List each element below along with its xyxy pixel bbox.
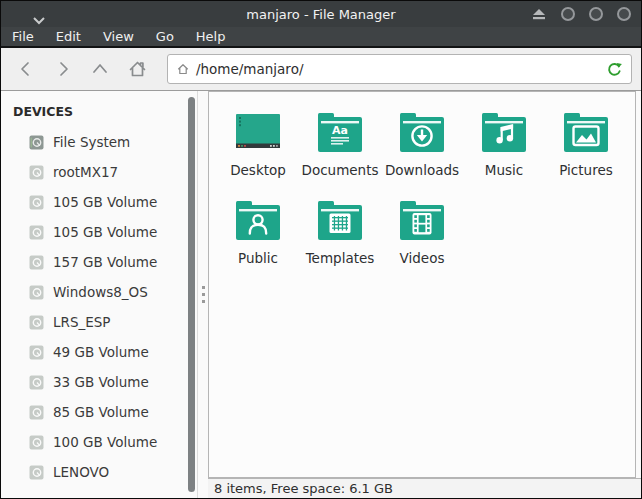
- address-home-icon: [176, 62, 190, 76]
- videos-folder-icon: [398, 196, 446, 244]
- content-column: Desktop Aa Documents: [208, 91, 641, 498]
- file-view-panel: Desktop Aa Documents: [208, 91, 636, 478]
- minimize-button[interactable]: [561, 7, 575, 21]
- back-chevron-icon: [16, 59, 36, 79]
- hard-drive-icon: [29, 345, 44, 360]
- file-item-documents[interactable]: Aa Documents: [299, 100, 381, 188]
- file-icon-grid: Desktop Aa Documents: [209, 92, 635, 276]
- desktop-screen-icon: [234, 108, 282, 156]
- close-button[interactable]: [617, 7, 631, 21]
- templates-folder-icon: [316, 196, 364, 244]
- maximize-button[interactable]: [589, 7, 603, 21]
- window-menu-button[interactable]: [31, 10, 47, 19]
- file-item-templates[interactable]: Templates: [299, 188, 381, 276]
- documents-folder-icon: Aa: [316, 108, 364, 156]
- home-icon: [127, 59, 148, 79]
- sidebar-item-49gb-volume[interactable]: 49 GB Volume: [1, 337, 197, 367]
- sidebar-item-105gb-volume-2[interactable]: 105 GB Volume: [1, 217, 197, 247]
- shade-button[interactable]: [531, 8, 547, 20]
- reload-button[interactable]: [606, 61, 623, 78]
- address-path[interactable]: /home/manjaro/: [196, 61, 606, 77]
- file-item-pictures[interactable]: Pictures: [545, 100, 627, 188]
- sidebar-item-100gb-volume[interactable]: 100 GB Volume: [1, 427, 197, 457]
- sidebar-item-file-system[interactable]: File System: [1, 127, 197, 157]
- window-body: DEVICES File System rootMX17: [1, 91, 641, 498]
- eject-icon: [531, 8, 547, 20]
- file-manager-window: manjaro - File Manager File Edit View Go…: [0, 0, 642, 499]
- toolbar: /home/manjaro/: [1, 48, 641, 91]
- hard-drive-icon: [29, 405, 44, 420]
- file-item-videos[interactable]: Videos: [381, 188, 463, 276]
- hard-drive-icon: [29, 225, 44, 240]
- hard-drive-icon: [29, 135, 44, 150]
- pane-splitter[interactable]: [198, 91, 208, 498]
- sidebar-item-85gb-volume[interactable]: 85 GB Volume: [1, 397, 197, 427]
- hard-drive-icon: [29, 465, 44, 480]
- hard-drive-icon: [29, 195, 44, 210]
- file-item-music[interactable]: Music: [463, 100, 545, 188]
- hard-drive-icon: [29, 435, 44, 450]
- file-item-downloads[interactable]: Downloads: [381, 100, 463, 188]
- music-folder-icon: [480, 108, 528, 156]
- titlebar-buttons: [531, 1, 631, 27]
- home-button[interactable]: [124, 55, 150, 83]
- sidebar-item-lenovo[interactable]: LENOVO: [1, 457, 197, 487]
- forward-button[interactable]: [50, 55, 76, 83]
- hard-drive-icon: [29, 285, 44, 300]
- sidebar-item-windows8-os[interactable]: Windows8_OS: [1, 277, 197, 307]
- svg-text:Aa: Aa: [332, 124, 348, 137]
- sidebar-scrollbar: [188, 95, 195, 494]
- menu-help[interactable]: Help: [185, 26, 237, 47]
- sidebar-item-33gb-volume[interactable]: 33 GB Volume: [1, 367, 197, 397]
- file-item-desktop[interactable]: Desktop: [217, 100, 299, 188]
- menu-go[interactable]: Go: [145, 26, 185, 47]
- statusbar: 8 items, Free space: 6.1 GB: [208, 478, 641, 498]
- chevron-down-icon: [31, 16, 47, 25]
- splitter-grip-icon: [202, 286, 205, 303]
- menu-edit[interactable]: Edit: [45, 26, 92, 47]
- address-bar[interactable]: /home/manjaro/: [167, 54, 632, 84]
- menubar: File Edit View Go Help: [1, 27, 641, 48]
- hard-drive-icon: [29, 375, 44, 390]
- file-item-public[interactable]: Public: [217, 188, 299, 276]
- up-caret-icon: [90, 59, 110, 79]
- sidebar-item-105gb-volume-1[interactable]: 105 GB Volume: [1, 187, 197, 217]
- titlebar: manjaro - File Manager: [1, 1, 641, 27]
- sidebar-item-rootmx17[interactable]: rootMX17: [1, 157, 197, 187]
- back-button[interactable]: [13, 55, 39, 83]
- hard-drive-icon: [29, 255, 44, 270]
- up-button[interactable]: [87, 55, 113, 83]
- pictures-folder-icon: [562, 108, 610, 156]
- sidebar-item-lrs-esp[interactable]: LRS_ESP: [1, 307, 197, 337]
- downloads-folder-icon: [398, 108, 446, 156]
- status-text: 8 items, Free space: 6.1 GB: [214, 481, 393, 496]
- forward-chevron-icon: [53, 59, 73, 79]
- sidebar-item-157gb-volume[interactable]: 157 GB Volume: [1, 247, 197, 277]
- sidebar-devices: DEVICES File System rootMX17: [1, 91, 198, 498]
- sidebar-scrollbar-thumb[interactable]: [188, 97, 195, 492]
- menu-file[interactable]: File: [1, 26, 45, 47]
- hard-drive-icon: [29, 165, 44, 180]
- window-title: manjaro - File Manager: [246, 7, 395, 22]
- reload-icon: [606, 61, 623, 78]
- sidebar-header: DEVICES: [1, 91, 197, 127]
- hard-drive-icon: [29, 315, 44, 330]
- public-folder-icon: [234, 196, 282, 244]
- menu-view[interactable]: View: [92, 26, 145, 47]
